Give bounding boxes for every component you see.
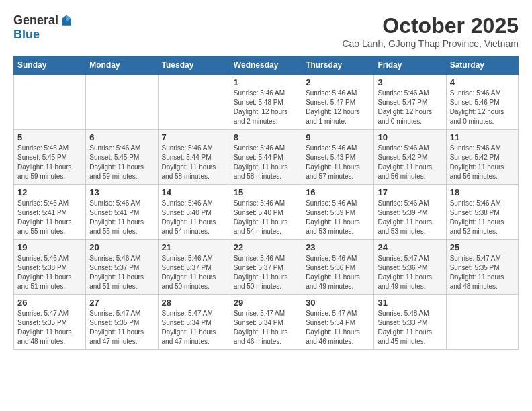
page-header: General Blue October 2025 Cao Lanh, GJon… bbox=[13, 13, 519, 49]
logo-general-text: General bbox=[13, 13, 58, 28]
day-info: Sunrise: 5:46 AM Sunset: 5:47 PM Dayligh… bbox=[378, 89, 442, 126]
table-row: 10Sunrise: 5:46 AM Sunset: 5:42 PM Dayli… bbox=[374, 130, 446, 185]
day-number: 7 bbox=[162, 132, 226, 142]
day-info: Sunrise: 5:47 AM Sunset: 5:35 PM Dayligh… bbox=[89, 309, 154, 347]
day-info: Sunrise: 5:46 AM Sunset: 5:37 PM Dayligh… bbox=[162, 254, 226, 291]
table-row: 22Sunrise: 5:46 AM Sunset: 5:37 PM Dayli… bbox=[230, 240, 302, 295]
header-thursday: Thursday bbox=[302, 56, 374, 75]
day-info: Sunrise: 5:46 AM Sunset: 5:48 PM Dayligh… bbox=[234, 89, 298, 126]
table-row: 19Sunrise: 5:46 AM Sunset: 5:38 PM Dayli… bbox=[14, 240, 86, 295]
day-info: Sunrise: 5:46 AM Sunset: 5:41 PM Dayligh… bbox=[17, 199, 82, 236]
day-number: 8 bbox=[234, 132, 298, 142]
day-number: 17 bbox=[378, 187, 442, 197]
day-info: Sunrise: 5:47 AM Sunset: 5:35 PM Dayligh… bbox=[450, 254, 515, 291]
day-number: 28 bbox=[162, 298, 226, 308]
table-row: 12Sunrise: 5:46 AM Sunset: 5:41 PM Dayli… bbox=[14, 185, 86, 240]
day-info: Sunrise: 5:46 AM Sunset: 5:41 PM Dayligh… bbox=[89, 199, 154, 236]
calendar-week-row: 12Sunrise: 5:46 AM Sunset: 5:41 PM Dayli… bbox=[14, 185, 519, 240]
table-row bbox=[446, 295, 518, 350]
calendar-week-row: 1Sunrise: 5:46 AM Sunset: 5:48 PM Daylig… bbox=[14, 75, 519, 130]
day-number: 11 bbox=[450, 132, 515, 142]
day-number: 25 bbox=[450, 242, 515, 253]
table-row: 13Sunrise: 5:46 AM Sunset: 5:41 PM Dayli… bbox=[86, 185, 158, 240]
table-row: 4Sunrise: 5:46 AM Sunset: 5:46 PM Daylig… bbox=[446, 75, 518, 130]
day-info: Sunrise: 5:46 AM Sunset: 5:42 PM Dayligh… bbox=[450, 144, 515, 181]
table-row: 30Sunrise: 5:47 AM Sunset: 5:34 PM Dayli… bbox=[302, 295, 374, 350]
day-number: 5 bbox=[17, 132, 82, 142]
day-number: 26 bbox=[17, 298, 82, 308]
day-number: 3 bbox=[378, 77, 442, 87]
day-info: Sunrise: 5:46 AM Sunset: 5:39 PM Dayligh… bbox=[306, 199, 370, 236]
table-row bbox=[14, 75, 86, 130]
title-section: October 2025 Cao Lanh, GJong Thap Provin… bbox=[342, 13, 519, 49]
header-friday: Friday bbox=[374, 56, 446, 75]
day-info: Sunrise: 5:47 AM Sunset: 5:35 PM Dayligh… bbox=[17, 309, 82, 347]
day-info: Sunrise: 5:46 AM Sunset: 5:44 PM Dayligh… bbox=[234, 144, 298, 181]
day-number: 21 bbox=[162, 242, 226, 253]
day-number: 23 bbox=[306, 242, 370, 253]
table-row: 21Sunrise: 5:46 AM Sunset: 5:37 PM Dayli… bbox=[158, 240, 230, 295]
table-row bbox=[86, 75, 158, 130]
table-row: 3Sunrise: 5:46 AM Sunset: 5:47 PM Daylig… bbox=[374, 75, 446, 130]
day-info: Sunrise: 5:46 AM Sunset: 5:40 PM Dayligh… bbox=[234, 199, 298, 236]
table-row: 2Sunrise: 5:46 AM Sunset: 5:47 PM Daylig… bbox=[302, 75, 374, 130]
table-row: 6Sunrise: 5:46 AM Sunset: 5:45 PM Daylig… bbox=[86, 130, 158, 185]
logo: General Blue bbox=[13, 13, 73, 42]
day-info: Sunrise: 5:46 AM Sunset: 5:36 PM Dayligh… bbox=[306, 254, 370, 291]
day-number: 24 bbox=[378, 242, 442, 253]
day-info: Sunrise: 5:46 AM Sunset: 5:37 PM Dayligh… bbox=[89, 254, 154, 291]
day-number: 6 bbox=[89, 132, 154, 142]
table-row: 16Sunrise: 5:46 AM Sunset: 5:39 PM Dayli… bbox=[302, 185, 374, 240]
table-row: 25Sunrise: 5:47 AM Sunset: 5:35 PM Dayli… bbox=[446, 240, 518, 295]
day-number: 14 bbox=[162, 187, 226, 197]
table-row: 24Sunrise: 5:47 AM Sunset: 5:36 PM Dayli… bbox=[374, 240, 446, 295]
day-info: Sunrise: 5:47 AM Sunset: 5:34 PM Dayligh… bbox=[306, 309, 370, 347]
day-info: Sunrise: 5:46 AM Sunset: 5:38 PM Dayligh… bbox=[450, 199, 515, 236]
day-number: 10 bbox=[378, 132, 442, 142]
table-row: 20Sunrise: 5:46 AM Sunset: 5:37 PM Dayli… bbox=[86, 240, 158, 295]
table-row: 5Sunrise: 5:46 AM Sunset: 5:45 PM Daylig… bbox=[14, 130, 86, 185]
table-row bbox=[158, 75, 230, 130]
table-row: 18Sunrise: 5:46 AM Sunset: 5:38 PM Dayli… bbox=[446, 185, 518, 240]
calendar-week-row: 5Sunrise: 5:46 AM Sunset: 5:45 PM Daylig… bbox=[14, 130, 519, 185]
table-row: 31Sunrise: 5:48 AM Sunset: 5:33 PM Dayli… bbox=[374, 295, 446, 350]
table-row: 11Sunrise: 5:46 AM Sunset: 5:42 PM Dayli… bbox=[446, 130, 518, 185]
header-monday: Monday bbox=[86, 56, 158, 75]
day-info: Sunrise: 5:46 AM Sunset: 5:38 PM Dayligh… bbox=[17, 254, 82, 291]
day-info: Sunrise: 5:47 AM Sunset: 5:36 PM Dayligh… bbox=[378, 254, 442, 291]
day-number: 4 bbox=[450, 77, 515, 87]
table-row: 27Sunrise: 5:47 AM Sunset: 5:35 PM Dayli… bbox=[86, 295, 158, 350]
day-number: 31 bbox=[378, 298, 442, 308]
calendar-week-row: 19Sunrise: 5:46 AM Sunset: 5:38 PM Dayli… bbox=[14, 240, 519, 295]
day-info: Sunrise: 5:46 AM Sunset: 5:46 PM Dayligh… bbox=[450, 89, 515, 126]
table-row: 14Sunrise: 5:46 AM Sunset: 5:40 PM Dayli… bbox=[158, 185, 230, 240]
calendar-week-row: 26Sunrise: 5:47 AM Sunset: 5:35 PM Dayli… bbox=[14, 295, 519, 350]
table-row: 9Sunrise: 5:46 AM Sunset: 5:43 PM Daylig… bbox=[302, 130, 374, 185]
calendar-table: Sunday Monday Tuesday Wednesday Thursday… bbox=[13, 56, 519, 350]
day-number: 16 bbox=[306, 187, 370, 197]
day-info: Sunrise: 5:47 AM Sunset: 5:34 PM Dayligh… bbox=[234, 309, 298, 347]
day-info: Sunrise: 5:46 AM Sunset: 5:39 PM Dayligh… bbox=[378, 199, 442, 236]
month-title: October 2025 bbox=[342, 13, 519, 38]
header-tuesday: Tuesday bbox=[158, 56, 230, 75]
table-row: 7Sunrise: 5:46 AM Sunset: 5:44 PM Daylig… bbox=[158, 130, 230, 185]
table-row: 26Sunrise: 5:47 AM Sunset: 5:35 PM Dayli… bbox=[14, 295, 86, 350]
day-number: 15 bbox=[234, 187, 298, 197]
day-number: 2 bbox=[306, 77, 370, 87]
table-row: 28Sunrise: 5:47 AM Sunset: 5:34 PM Dayli… bbox=[158, 295, 230, 350]
table-row: 1Sunrise: 5:46 AM Sunset: 5:48 PM Daylig… bbox=[230, 75, 302, 130]
day-number: 30 bbox=[306, 298, 370, 308]
header-wednesday: Wednesday bbox=[230, 56, 302, 75]
day-number: 29 bbox=[234, 298, 298, 308]
day-number: 9 bbox=[306, 132, 370, 142]
calendar-header-row: Sunday Monday Tuesday Wednesday Thursday… bbox=[14, 56, 519, 75]
day-number: 12 bbox=[17, 187, 82, 197]
day-info: Sunrise: 5:48 AM Sunset: 5:33 PM Dayligh… bbox=[378, 309, 442, 347]
day-number: 13 bbox=[89, 187, 154, 197]
logo-icon bbox=[60, 14, 73, 28]
table-row: 8Sunrise: 5:46 AM Sunset: 5:44 PM Daylig… bbox=[230, 130, 302, 185]
day-number: 20 bbox=[89, 242, 154, 253]
day-info: Sunrise: 5:46 AM Sunset: 5:43 PM Dayligh… bbox=[306, 144, 370, 181]
logo-blue-text: Blue bbox=[13, 28, 40, 41]
day-info: Sunrise: 5:46 AM Sunset: 5:45 PM Dayligh… bbox=[17, 144, 82, 181]
